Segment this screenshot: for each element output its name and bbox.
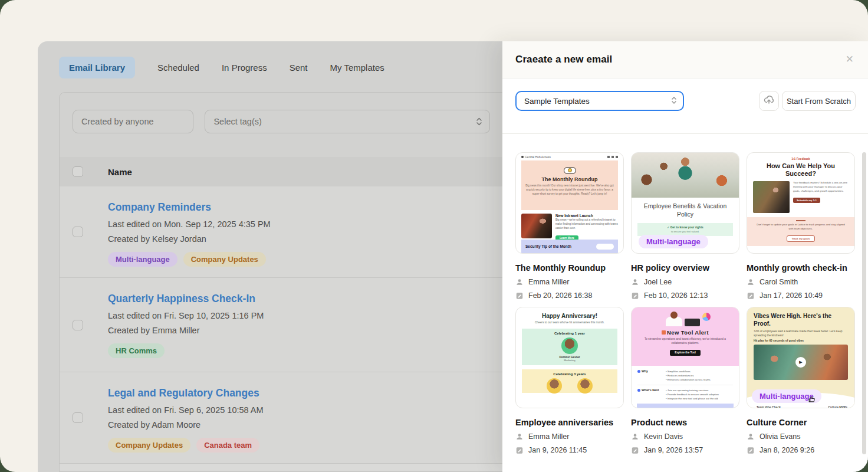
thumb-illustration: [636, 310, 734, 329]
thumb-photo: [753, 181, 790, 213]
bullet-icon: [637, 389, 640, 392]
party-icon: [662, 330, 666, 335]
template-thumbnail[interactable]: 1:1 Feedback How Can We Help You Succeed…: [747, 152, 855, 254]
thumb-note: Don't forget to update your goals in Lat…: [747, 217, 854, 245]
tab-my-templates[interactable]: My Templates: [330, 57, 384, 78]
template-name: Employee anniversaries: [515, 418, 624, 427]
row-checkbox[interactable]: [73, 320, 83, 330]
template-name: Monthly growth check-in: [747, 263, 855, 273]
template-author: Carol Smith: [747, 278, 855, 286]
thumb-photo: [521, 214, 552, 238]
created-by-value: Created by anyone: [81, 117, 154, 126]
template-card-culture-corner: Vibes Were High. Here's the Proof. 72% o…: [747, 307, 855, 454]
calendar-edit-icon: [515, 291, 524, 300]
thumb-brand: Central Hub Access: [521, 155, 551, 159]
thumb-title: Employee Benefits & Vacation Policy: [632, 198, 739, 221]
create-email-modal: Craeate a new email ✕ Sample Templates S…: [502, 41, 868, 472]
template-date: Jan 8, 2026 9:26: [747, 446, 855, 454]
tag-canada-team: Canada team: [196, 438, 259, 453]
avatar: [547, 378, 562, 394]
template-thumbnail[interactable]: Happy Anniversary! Cheers to our team wh…: [515, 307, 624, 408]
template-thumbnail[interactable]: Central Hub Access The Monthly Roundup B…: [515, 152, 624, 254]
thumb-title: The Monthly Roundup: [525, 176, 614, 182]
tags-placeholder: Select tag(s): [213, 117, 261, 126]
person-icon: [515, 432, 524, 441]
thumb-block-1yr: Celebrating 1 year Dominic Gesner Market…: [522, 329, 617, 365]
thumb-body: Your feedback matters! Schedule a one-on…: [793, 181, 849, 193]
thumb-track-goals-button: Track my goals: [787, 235, 814, 242]
tab-sent[interactable]: Sent: [290, 57, 308, 78]
thumb-title: Vibes Were High. Here's the Proof.: [754, 313, 848, 327]
row-checkbox[interactable]: [73, 412, 83, 423]
screen: Email Library Scheduled In Progress Sent…: [0, 0, 868, 472]
close-icon[interactable]: ✕: [846, 53, 854, 66]
thumb-footer-right: Culture MVPs: [828, 405, 847, 408]
upload-template-button[interactable]: [759, 91, 779, 111]
template-name: HR policy overview: [631, 263, 739, 273]
modal-toolbar: Sample Templates Start From Scratch: [502, 91, 868, 111]
tags-select[interactable]: Select tag(s): [205, 110, 490, 133]
tab-email-library[interactable]: Email Library: [59, 57, 135, 78]
modal-header: Craeate a new email ✕: [502, 41, 868, 78]
thumb-section: Your feedback matters! Schedule a one-on…: [753, 181, 849, 213]
calendar-edit-icon: [631, 446, 639, 454]
tag-multi-language: Multi-language: [108, 252, 177, 267]
thumb-subtitle: Cheers to our team who've hit anniversar…: [516, 320, 623, 324]
template-date: Feb 10, 2026 12:13: [631, 291, 739, 300]
person-icon: [515, 278, 524, 286]
tag-hr-comms: HR Comms: [108, 343, 165, 358]
template-card-hr-policy: Employee Benefits & Vacation Policy ✓ Ge…: [631, 152, 739, 300]
thumb-footer: [637, 404, 734, 408]
thumb-schedule-button: Schedule my 1:1: [793, 198, 820, 203]
thumb-photo: [632, 153, 739, 198]
thumb-block-title: Celebrating 1 year: [524, 332, 615, 335]
toolbar-divider: [502, 133, 868, 134]
thumb-topbar: Central Hub Access: [516, 153, 623, 160]
template-thumbnail[interactable]: Vibes Were High. Here's the Proof. 72% o…: [747, 307, 855, 408]
modal-scrollbar[interactable]: [862, 152, 866, 454]
thumb-section-title: New Intranet Launch: [555, 214, 618, 218]
thumb-block-title: Celebrating 3 years: [524, 372, 615, 376]
row-checkbox[interactable]: [73, 227, 83, 237]
thumb-body: 72% of employees said a teammate made th…: [754, 329, 848, 337]
thumb-block-3yr: Celebrating 3 years: [522, 369, 617, 393]
template-grid: Central Hub Access The Monthly Roundup B…: [515, 152, 855, 454]
multi-language-badge: Multi-language: [639, 235, 708, 248]
template-author: Emma Miller: [515, 278, 624, 286]
person-icon: [631, 278, 639, 286]
thumb-strip-sub: to ensure you feel valued.: [640, 230, 731, 233]
chevron-updown-icon: [179, 116, 186, 127]
tag-company-updates: Company Updates: [108, 438, 190, 453]
calendar-edit-icon: [515, 446, 524, 454]
template-card-monthly-roundup: Central Hub Access The Monthly Roundup B…: [515, 152, 624, 300]
tab-scheduled[interactable]: Scheduled: [157, 57, 199, 78]
person-icon: [747, 432, 755, 441]
start-from-scratch-button[interactable]: Start From Scratch: [782, 91, 856, 111]
template-author: Olivia Evans: [747, 432, 855, 441]
tab-in-progress[interactable]: In Progress: [222, 57, 267, 78]
thumbs-up-cursor-icon: [808, 395, 816, 405]
chevron-updown-icon: [476, 116, 482, 127]
template-name: The Monthly Roundup: [515, 263, 624, 273]
library-tab-bar: Email Library Scheduled In Progress Sent…: [59, 57, 384, 78]
thumb-footer: Security Tip of the Month: [521, 240, 618, 253]
thumb-strip-title: ✓ Get to know your rights: [640, 225, 731, 229]
template-date: Jan 9, 2026 13:57: [631, 446, 739, 454]
tag-company-updates: Company Updates: [183, 252, 266, 267]
template-date: Jan 9, 2026 11:45: [515, 446, 624, 454]
template-thumbnail[interactable]: Employee Benefits & Vacation Policy ✓ Ge…: [631, 152, 739, 254]
created-by-select[interactable]: Created by anyone: [73, 110, 193, 133]
thumb-eyebrow: 1:1 Feedback: [747, 157, 854, 160]
modal-title: Craeate a new email: [515, 54, 612, 65]
template-thumbnail[interactable]: New Tool Alert To streamline operations …: [631, 307, 739, 408]
select-all-checkbox[interactable]: [73, 166, 83, 177]
thumb-intro: Big news this month! Our shiny new intra…: [525, 183, 614, 196]
cloud-upload-icon: [764, 94, 774, 107]
bullet-icon: [637, 370, 640, 373]
thumb-video: ▶: [754, 345, 848, 380]
thumb-title: How Can We Help You Succeed?: [755, 162, 846, 178]
chevron-updown-icon: [671, 96, 677, 107]
template-source-select[interactable]: Sample Templates: [515, 91, 684, 111]
logo-dot-icon: [521, 156, 524, 158]
person-icon: [747, 278, 755, 286]
